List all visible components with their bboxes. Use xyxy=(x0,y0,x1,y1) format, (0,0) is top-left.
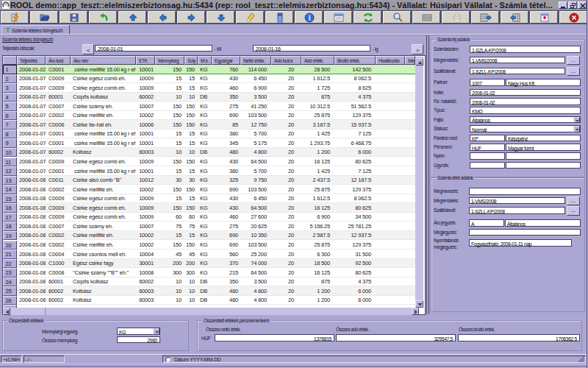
svg-text:i: i xyxy=(309,13,311,21)
